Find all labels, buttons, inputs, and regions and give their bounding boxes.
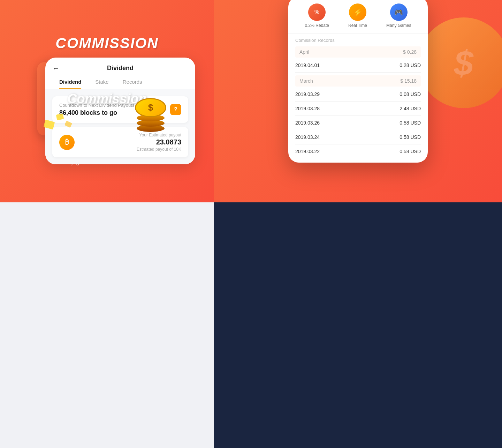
month-march: March $ 15.18 xyxy=(295,75,421,87)
april-label: April xyxy=(299,49,309,55)
record-date: 2019.04.01 xyxy=(295,62,320,68)
sparkle-2: ✦ xyxy=(79,67,83,72)
payout-info: Your Estimated payout 23.0873 Estmated p… xyxy=(82,133,181,152)
record-row-march-3: 2019.03.26 0.58 USD xyxy=(295,116,421,130)
commission-phone-mockup: % 0.2% Rebate ⚡ Real Time 🎮 Many Games C… xyxy=(288,0,428,163)
games-icon: 🎮 xyxy=(390,3,408,21)
payout-label: Your Estimated payout xyxy=(82,133,181,137)
record-row: 2019.04.01 0.28 USD xyxy=(295,58,421,73)
coin-stack: $ xyxy=(135,97,166,132)
rebate-label: 0.2% Rebate xyxy=(305,23,329,28)
records-section: Comission Records April $ 0.28 2019.04.0… xyxy=(288,33,428,163)
tab-records[interactable]: Records xyxy=(116,75,149,89)
bg-coin-decoration: $ xyxy=(418,17,502,108)
record-row-march-4: 2019.03.24 0.58 USD xyxy=(295,130,421,144)
games-label: Many Games xyxy=(386,23,411,28)
amount-march-3: 0.58 USD xyxy=(400,120,421,126)
btc-coin-icon: ₿ xyxy=(59,135,75,150)
date-march-1: 2019.03.29 xyxy=(295,91,320,97)
amount-march-1: 0.08 USD xyxy=(400,91,421,97)
record-row-march-5: 2019.03.22 0.58 USD xyxy=(295,144,421,158)
rebate-feature: % 0.2% Rebate xyxy=(305,3,329,28)
payout-sub: Estmated payout of 10K xyxy=(82,147,181,152)
amount-march-5: 0.58 USD xyxy=(400,149,421,154)
march-label: March xyxy=(299,78,313,84)
dividend-phone-mockup: ← Dividend Dividend Stake Records Countd… xyxy=(45,58,195,164)
date-march-5: 2019.03.22 xyxy=(295,149,320,154)
sparkle-3: ✦ xyxy=(134,67,138,73)
tab-stake[interactable]: Stake xyxy=(88,75,115,89)
games-feature: 🎮 Many Games xyxy=(386,3,411,28)
bottom-dark-section xyxy=(214,202,502,448)
right-section: $ % 0.2% Rebate ⚡ Real Time 🎮 Many Games xyxy=(214,0,502,202)
amount-march-2: 2.48 USD xyxy=(400,106,421,111)
record-amount: 0.28 USD xyxy=(400,62,421,68)
april-total: $ 0.28 xyxy=(403,49,417,55)
dividend-header: ← Dividend xyxy=(45,58,195,75)
realtime-icon: ⚡ xyxy=(349,3,366,21)
commission-title: COMMISSION xyxy=(55,35,158,52)
amount-march-4: 0.58 USD xyxy=(400,134,421,140)
date-march-4: 2019.03.24 xyxy=(295,134,320,140)
bottom-light-section xyxy=(0,202,214,448)
record-row-march-2: 2019.03.28 2.48 USD xyxy=(295,102,421,116)
feature-bar: % 0.2% Rebate ⚡ Real Time 🎮 Many Games xyxy=(288,0,428,33)
tab-dividend[interactable]: Dividend xyxy=(52,75,88,89)
date-march-2: 2019.03.28 xyxy=(295,106,320,111)
records-header: Comission Records xyxy=(295,38,421,43)
realtime-feature: ⚡ Real Time xyxy=(348,3,367,28)
sparkle-4: ✦ xyxy=(160,71,163,75)
date-march-3: 2019.03.26 xyxy=(295,120,320,126)
help-button[interactable]: ? xyxy=(170,104,181,115)
march-total: $ 15.18 xyxy=(400,78,417,84)
countdown-value: 86,400 blocks to go xyxy=(59,109,134,117)
payout-row: ₿ Your Estimated payout 23.0873 Estmated… xyxy=(52,127,188,157)
sparkle-1: ✦ xyxy=(51,69,56,77)
record-row-march-1: 2019.03.29 0.08 USD xyxy=(295,87,421,102)
month-april: April $ 0.28 xyxy=(295,46,421,58)
payout-value: 23.0873 xyxy=(82,138,181,146)
rebate-icon: % xyxy=(308,3,326,21)
realtime-label: Real Time xyxy=(348,23,367,28)
dividend-title: Dividend xyxy=(107,65,134,72)
dividend-tabs: Dividend Stake Records xyxy=(45,75,195,89)
